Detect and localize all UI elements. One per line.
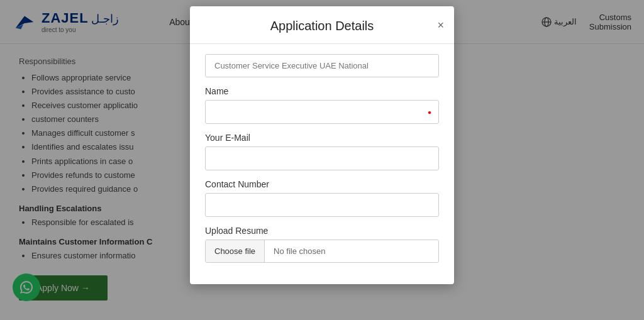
contact-group: Contact Number (205, 179, 439, 217)
name-input[interactable] (205, 100, 439, 124)
file-upload-wrapper: Choose file No file chosen (205, 240, 439, 263)
upload-group: Upload Resume Choose file No file chosen (205, 226, 439, 263)
modal-body: Name ● Your E-Mail Contact Number Upload… (190, 44, 454, 284)
modal-overlay: Application Details × Name ● Your E-Mail (0, 0, 644, 320)
required-indicator: ● (428, 109, 431, 116)
email-label: Your E-Mail (205, 133, 439, 143)
modal-header: Application Details × (190, 6, 454, 44)
name-label: Name (205, 86, 439, 96)
application-modal: Application Details × Name ● Your E-Mail (190, 6, 454, 284)
contact-input[interactable] (205, 193, 439, 217)
email-input[interactable] (205, 146, 439, 170)
choose-file-button[interactable]: Choose file (206, 240, 265, 262)
name-input-wrapper: ● (205, 100, 439, 124)
modal-title: Application Details (270, 19, 374, 33)
email-group: Your E-Mail (205, 133, 439, 170)
contact-label: Contact Number (205, 179, 439, 189)
name-group: Name ● (205, 86, 439, 124)
upload-label: Upload Resume (205, 226, 439, 236)
modal-close-button[interactable]: × (437, 19, 444, 31)
job-title-field[interactable] (205, 54, 439, 77)
file-name-display: No file chosen (265, 240, 438, 262)
